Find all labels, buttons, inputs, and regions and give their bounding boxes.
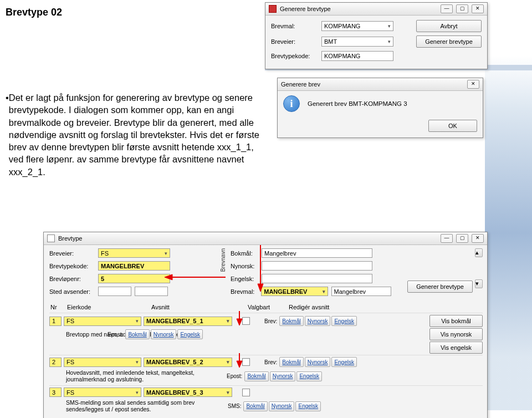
window-title: Brevtype: [58, 235, 82, 242]
valgbart-checkbox[interactable]: [242, 389, 250, 396]
row-description: Hovedavsnitt, med innledende tekst, mang…: [49, 368, 224, 384]
epost-label: Epost:: [108, 332, 123, 338]
brev-label: Brev:: [264, 318, 277, 324]
eierkode-dropdown[interactable]: FS: [64, 317, 141, 326]
annotation-arrow: [235, 311, 244, 325]
brev-engelsk-link[interactable]: Engelsk: [331, 357, 357, 367]
svg-marker-5: [237, 319, 242, 325]
avsnitt-dropdown[interactable]: MANGELBREV_5_1: [144, 317, 232, 326]
window-brevtype: Brevtype — ▢ ✕ Breveier: FS Brevtypekode…: [43, 232, 488, 418]
brevlopennr-label: Brevløpenr:: [49, 276, 95, 282]
dialog-generere-brev: Generere brev ✕ i Generert brev BMT-KOMP…: [277, 78, 483, 138]
close-button[interactable]: ✕: [467, 80, 479, 89]
epost-engelsk-link[interactable]: Engelsk: [177, 329, 203, 339]
breveier-dropdown[interactable]: FS: [98, 248, 170, 258]
epost-label: Epost:: [227, 373, 242, 379]
annotation-arrow: [256, 245, 265, 292]
brev-engelsk-link[interactable]: Engelsk: [331, 316, 357, 326]
brevtypekode-label: Brevtypekode:: [271, 53, 318, 59]
sted-avsender-field-2[interactable]: [135, 287, 168, 296]
info-message: Generert brev BMT-KOMPMANG 3: [308, 100, 407, 107]
breveier-label: Breveier:: [271, 38, 318, 45]
titlebar[interactable]: Generere brevtype — ▢ ✕: [265, 3, 487, 16]
breveier-dropdown[interactable]: BMT: [321, 37, 393, 47]
sms-nynorsk-link[interactable]: Nynorsk: [269, 401, 295, 411]
brevmal-label: Brevmal:: [271, 23, 318, 29]
scroll-up-button[interactable]: ▴: [475, 248, 483, 257]
brevtypekode-label: Brevtypekode:: [49, 263, 95, 269]
engelsk-label: Engelsk:: [231, 276, 258, 282]
minimize-button[interactable]: —: [441, 234, 453, 243]
ok-button[interactable]: OK: [428, 120, 477, 132]
vis-bokmaal-button[interactable]: Vis bokmål: [429, 315, 483, 327]
brevtypekode-field[interactable]: MANGELBREV: [98, 261, 170, 271]
window-title: Generere brevtype: [280, 6, 331, 12]
col-valgbart: Valgbart: [247, 303, 288, 312]
epost-engelsk-link[interactable]: Engelsk: [296, 371, 322, 381]
bokmaal-field[interactable]: Mangelbrev: [262, 248, 372, 258]
close-button[interactable]: ✕: [472, 4, 484, 13]
vis-engelsk-button[interactable]: Vis engelsk: [429, 341, 483, 354]
brev-bokmaal-link[interactable]: Bokmål: [279, 357, 303, 367]
brevmal-dropdown[interactable]: KOMPMANG: [321, 21, 393, 31]
generer-brevtype-button[interactable]: Generer brevtype: [407, 281, 473, 293]
titlebar[interactable]: Generere brev ✕: [278, 78, 483, 91]
avbryt-button[interactable]: Avbryt: [416, 20, 482, 32]
sted-avsender-label: Sted avsender:: [49, 288, 95, 295]
epost-bokmaal-link[interactable]: Bokmål: [244, 371, 268, 381]
close-button[interactable]: ✕: [472, 234, 484, 243]
maximize-button[interactable]: ▢: [456, 4, 468, 13]
body-paragraph: Det er lagt på funksjon for generering a…: [9, 91, 260, 178]
nr-field[interactable]: 2: [49, 358, 62, 367]
col-eierkode: Eierkode: [66, 303, 150, 312]
brev-nynorsk-link[interactable]: Nynorsk: [305, 316, 331, 326]
annotation-arrow: [165, 273, 226, 282]
brevtypekode-field[interactable]: KOMPMANG: [321, 51, 393, 61]
grid-row: 2 FS MANGELBREV_5_2 Brev: Bokmål Nynorsk…: [49, 355, 483, 384]
generer-brevtype-button[interactable]: Generer brevtype: [416, 35, 482, 48]
decorative-band: [485, 55, 532, 410]
epost-nynorsk-link[interactable]: Nynorsk: [270, 371, 296, 381]
minimize-button[interactable]: —: [441, 4, 453, 13]
app-icon: [47, 235, 55, 242]
epost-bokmaal-link[interactable]: Bokmål: [125, 329, 149, 339]
col-avsnitt: Avsnitt: [150, 303, 247, 312]
brevlopennr-field[interactable]: 5: [98, 274, 170, 283]
brev-bokmaal-link[interactable]: Bokmål: [279, 316, 303, 326]
nynorsk-label: Nynorsk:: [231, 263, 258, 269]
window-title: Generere brev: [281, 81, 320, 88]
svg-marker-3: [258, 284, 263, 292]
scroll-down-button[interactable]: ▾: [475, 279, 483, 288]
titlebar[interactable]: Brevtype — ▢ ✕: [44, 232, 487, 245]
info-icon: i: [283, 95, 300, 112]
brevmal-dropdown[interactable]: MANGELBREV: [261, 287, 328, 296]
body-text: • Det er lagt på funksjon for generering…: [6, 91, 260, 178]
epost-nynorsk-link[interactable]: Nynorsk: [151, 329, 177, 339]
vis-nynorsk-button[interactable]: Vis nynorsk: [429, 328, 483, 340]
dialog-generere-brevtype: Generere brevtype — ▢ ✕ Brevmal: KOMPMAN…: [265, 2, 488, 69]
page-title: Brevtype 02: [6, 7, 62, 18]
eierkode-dropdown[interactable]: FS: [64, 358, 141, 367]
svg-marker-7: [237, 361, 242, 368]
nynorsk-field[interactable]: [262, 261, 372, 271]
row-description: SMS-melding som skal sendes samtidig som…: [49, 398, 226, 414]
avsnitt-dropdown[interactable]: MANGELBREV_5_2: [144, 358, 232, 367]
sms-engelsk-link[interactable]: Engelsk: [295, 401, 321, 411]
eierkode-dropdown[interactable]: FS: [64, 388, 141, 397]
breveier-label: Breveier:: [49, 250, 95, 257]
app-icon: [269, 5, 277, 13]
brevmal-name-field[interactable]: Mangelbrev: [331, 287, 391, 296]
sms-bokmaal-link[interactable]: Bokmål: [243, 401, 267, 411]
nr-field[interactable]: 3: [49, 388, 62, 397]
svg-marker-1: [165, 274, 172, 280]
engelsk-field[interactable]: [262, 274, 372, 283]
avsnitt-dropdown[interactable]: MANGELBREV_5_3: [144, 388, 232, 397]
brev-nynorsk-link[interactable]: Nynorsk: [305, 357, 331, 367]
sted-avsender-field-1[interactable]: [98, 287, 131, 296]
annotation-arrow: [235, 353, 244, 368]
col-nr: Nr: [49, 303, 66, 312]
maximize-button[interactable]: ▢: [456, 234, 468, 243]
grid-row: 3 FS MANGELBREV_5_3 SMS-melding som skal…: [49, 385, 483, 414]
brev-label: Brev:: [264, 359, 277, 365]
nr-field[interactable]: 1: [49, 317, 62, 326]
